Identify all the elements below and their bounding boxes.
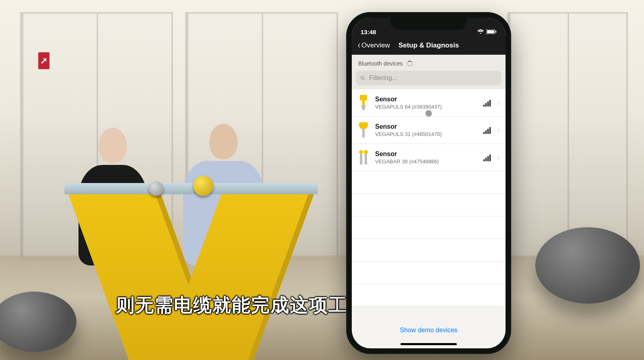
search-icon: [360, 75, 366, 81]
empty-row: [352, 284, 506, 307]
device-row[interactable]: Sensor VEGABAR 38 (#47548866) ›: [352, 144, 506, 171]
device-subtitle: VEGABAR 38 (#47548866): [375, 158, 479, 165]
section-header-label: Bluetooth devices: [358, 60, 403, 67]
empty-row: [352, 239, 506, 261]
svg-point-6: [359, 150, 363, 154]
device-title: Sensor: [375, 150, 479, 158]
chevron-right-icon: ›: [497, 125, 499, 136]
device-title: Sensor: [375, 123, 479, 130]
svg-rect-5: [362, 129, 365, 138]
device-title: Sensor: [375, 96, 479, 103]
battery-icon: [486, 29, 497, 35]
show-demo-devices-link[interactable]: Show demo devices: [352, 323, 506, 338]
empty-row: [352, 261, 506, 284]
back-button[interactable]: ‹ Overview: [355, 39, 392, 52]
phone-mockup: 13:48 ‹ Overview Setup & Diagnosis Bluet…: [346, 12, 511, 354]
glass-panel: [507, 12, 628, 259]
sensor-thumb-icon: [357, 95, 370, 111]
svg-rect-1: [487, 30, 494, 33]
home-indicator[interactable]: [400, 343, 457, 345]
bluetooth-section-header: Bluetooth devices: [352, 55, 506, 71]
sensor-prop: [149, 181, 163, 196]
svg-rect-8: [360, 154, 362, 165]
chevron-left-icon: ‹: [358, 40, 360, 50]
back-label: Overview: [361, 41, 390, 49]
sensor-thumb-icon: [357, 149, 370, 166]
sensor-prop: [193, 176, 213, 196]
signal-icon: [483, 127, 491, 134]
sensor-thumb-icon: [357, 122, 370, 139]
chevron-right-icon: ›: [497, 98, 499, 108]
svg-rect-9: [365, 154, 367, 165]
status-time: 13:48: [361, 29, 376, 35]
device-subtitle: VEGAPULS 64 (#39390437): [375, 104, 479, 110]
filter-input[interactable]: Filtering...: [356, 71, 502, 85]
search-container: Filtering...: [352, 71, 506, 89]
device-list: Sensor VEGAPULS 64 (#39390437) › Sensor …: [352, 89, 506, 307]
exit-sign-icon: ➚: [38, 52, 50, 69]
empty-row: [352, 216, 506, 239]
empty-row: [352, 171, 506, 194]
loading-dot-icon: [425, 110, 432, 117]
filter-placeholder: Filtering...: [369, 74, 397, 82]
phone-screen: 13:48 ‹ Overview Setup & Diagnosis Bluet…: [352, 18, 506, 348]
app-nav-bar: ‹ Overview Setup & Diagnosis: [352, 36, 506, 55]
brand-v-table: [64, 183, 318, 360]
signal-icon: [483, 154, 491, 161]
device-subtitle: VEGAPULS 31 (#46501470): [375, 131, 479, 137]
pouf: [535, 227, 640, 304]
svg-point-7: [364, 150, 368, 154]
phone-notch: [390, 18, 467, 30]
scanning-spinner-icon: [407, 61, 413, 66]
svg-rect-2: [495, 31, 496, 33]
svg-rect-3: [360, 95, 367, 101]
empty-row: [352, 194, 506, 216]
chevron-right-icon: ›: [497, 152, 499, 163]
wifi-icon: [477, 29, 484, 35]
signal-icon: [483, 99, 491, 107]
svg-rect-4: [362, 101, 365, 105]
device-row[interactable]: Sensor VEGAPULS 31 (#46501470) ›: [352, 117, 506, 144]
